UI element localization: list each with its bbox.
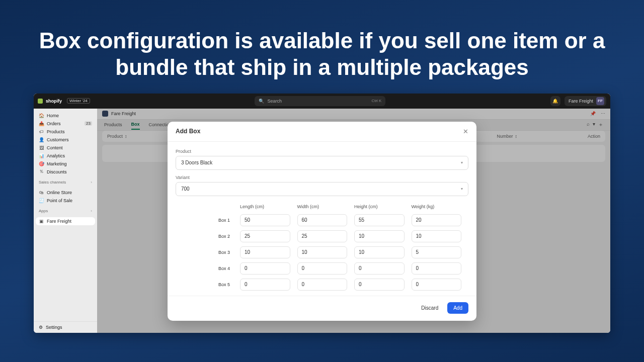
sidebar-item-orders[interactable]: 📥Orders23: [36, 120, 95, 128]
user-name: Fare Freight: [569, 99, 593, 104]
pos-icon: 🧾: [39, 198, 44, 203]
box-row-label: Box 3: [183, 250, 233, 255]
discounts-icon: ％: [39, 169, 44, 174]
badge: 23: [85, 121, 92, 126]
analytics-icon: 📊: [39, 153, 44, 158]
brand-logo-icon: [38, 99, 43, 104]
box-2-weight-input[interactable]: [412, 230, 462, 242]
col-height: Height (cm): [354, 204, 405, 209]
topbar-center: 🔍 Search Ctrl K: [90, 96, 550, 106]
sidebar-item-online-store[interactable]: 🛍Online Store: [36, 189, 95, 197]
user-avatar: FF: [596, 97, 604, 105]
modal-footer: Discard Add: [168, 296, 476, 321]
brand-name: shopify: [46, 99, 62, 104]
chevron-down-icon: ▾: [461, 160, 463, 165]
product-value: 3 Doors Black: [181, 160, 212, 165]
sidebar-item-products[interactable]: 🏷Products: [36, 128, 95, 136]
sidebar-item-point-of-sale[interactable]: 🧾Point of Sale: [36, 197, 95, 205]
sidebar-item-content[interactable]: 🖼Content: [36, 144, 95, 152]
search-input[interactable]: 🔍 Search Ctrl K: [255, 96, 385, 106]
box-3-width-input[interactable]: [297, 246, 348, 258]
box-4-weight-input[interactable]: [412, 262, 462, 275]
box-row-label: Box 1: [183, 218, 233, 223]
box-2-height-input[interactable]: [354, 230, 405, 242]
box-1-length-input[interactable]: [240, 214, 290, 226]
sales-channels-label: Sales channels ›: [34, 178, 97, 186]
app-window: shopify Winter '24 🔍 Search Ctrl K 🔔 Far…: [34, 94, 610, 333]
sidebar-item-label: Marketing: [47, 161, 67, 166]
sidebar-settings[interactable]: ⚙ Settings: [34, 321, 97, 333]
modal-header: Add Box ✕: [168, 122, 476, 142]
box-4-width-input[interactable]: [297, 262, 348, 275]
bell-icon: 🔔: [552, 99, 558, 104]
box-1-width-input[interactable]: [297, 214, 348, 226]
settings-label: Settings: [46, 325, 62, 330]
add-box-modal: Add Box ✕ Product 3 Doors Black ▾ Varian…: [168, 122, 476, 321]
variant-select[interactable]: 700 ▾: [176, 182, 468, 196]
box-5-length-input[interactable]: [240, 279, 290, 291]
search-kbd: Ctrl K: [371, 99, 381, 103]
box-1-weight-input[interactable]: [412, 214, 462, 226]
sidebar-item-customers[interactable]: 👤Customers: [36, 136, 95, 144]
box-row: Box 3: [176, 244, 468, 260]
sidebar-item-label: Discounts: [47, 169, 67, 174]
sidebar: 🏠Home📥Orders23🏷Products👤Customers🖼Conten…: [34, 109, 97, 333]
box-5-width-input[interactable]: [297, 279, 348, 291]
topbar-right: 🔔 Fare Freight FF: [550, 96, 606, 106]
col-width: Width (cm): [297, 204, 348, 209]
col-weight: Weight (kg): [412, 204, 462, 209]
promo-headline: Box configuration is available if you se…: [20, 28, 624, 81]
box-2-width-input[interactable]: [297, 230, 348, 242]
box-3-height-input[interactable]: [354, 246, 405, 258]
brand: shopify Winter '24: [38, 98, 90, 104]
notifications-button[interactable]: 🔔: [550, 96, 560, 106]
box-5-height-input[interactable]: [354, 279, 405, 291]
orders-icon: 📥: [39, 121, 44, 126]
sidebar-item-analytics[interactable]: 📊Analytics: [36, 152, 95, 160]
box-3-length-input[interactable]: [240, 246, 290, 258]
add-button[interactable]: Add: [447, 302, 468, 314]
marketing-icon: 🎯: [39, 161, 44, 166]
discard-button[interactable]: Discard: [417, 302, 442, 314]
col-length: Length (cm): [240, 204, 290, 209]
user-menu[interactable]: Fare Freight FF: [565, 96, 606, 106]
box-5-weight-input[interactable]: [412, 279, 462, 291]
product-select[interactable]: 3 Doors Black ▾: [176, 156, 468, 170]
close-icon[interactable]: ✕: [463, 128, 468, 135]
box-2-length-input[interactable]: [240, 230, 290, 242]
sidebar-item-label: Online Store: [47, 190, 72, 195]
chevron-right-icon[interactable]: ›: [91, 180, 92, 185]
brand-badge: Winter '24: [67, 98, 90, 104]
chevron-right-icon[interactable]: ›: [91, 209, 92, 213]
search-icon: 🔍: [259, 99, 264, 104]
gear-icon: ⚙: [39, 325, 43, 330]
box-row: Box 4: [176, 260, 468, 277]
box-row-label: Box 5: [183, 282, 233, 287]
sidebar-item-home[interactable]: 🏠Home: [36, 112, 95, 120]
sidebar-item-label: Fare Freight: [47, 219, 71, 224]
sidebar-item-label: Products: [47, 129, 65, 134]
box-4-length-input[interactable]: [240, 262, 290, 275]
sidebar-item-discounts[interactable]: ％Discounts: [36, 168, 95, 176]
box-grid-header: Length (cm) Width (cm) Height (cm) Weigh…: [176, 204, 468, 212]
box-3-weight-input[interactable]: [412, 246, 462, 258]
sidebar-item-label: Orders: [47, 121, 61, 126]
customers-icon: 👤: [39, 137, 44, 142]
home-icon: 🏠: [39, 113, 44, 118]
sidebar-item-fare-freight[interactable]: ▣Fare Freight: [36, 217, 95, 225]
search-placeholder: Search: [267, 99, 282, 104]
modal-body: Product 3 Doors Black ▾ Variant 700 ▾ Le…: [168, 142, 476, 296]
box-1-height-input[interactable]: [354, 214, 405, 226]
box-grid: Length (cm) Width (cm) Height (cm) Weigh…: [176, 204, 468, 293]
box-row-label: Box 4: [183, 266, 233, 271]
sidebar-item-label: Content: [47, 145, 63, 150]
box-4-height-input[interactable]: [354, 262, 405, 275]
product-label: Product: [176, 149, 468, 154]
box-row: Box 1: [176, 212, 468, 228]
sidebar-item-label: Customers: [47, 137, 69, 142]
sales-channels-text: Sales channels: [39, 180, 66, 185]
sidebar-item-label: Point of Sale: [47, 198, 72, 203]
sidebar-item-marketing[interactable]: 🎯Marketing: [36, 160, 95, 168]
topbar: shopify Winter '24 🔍 Search Ctrl K 🔔 Far…: [34, 94, 610, 109]
modal-title: Add Box: [176, 128, 200, 135]
